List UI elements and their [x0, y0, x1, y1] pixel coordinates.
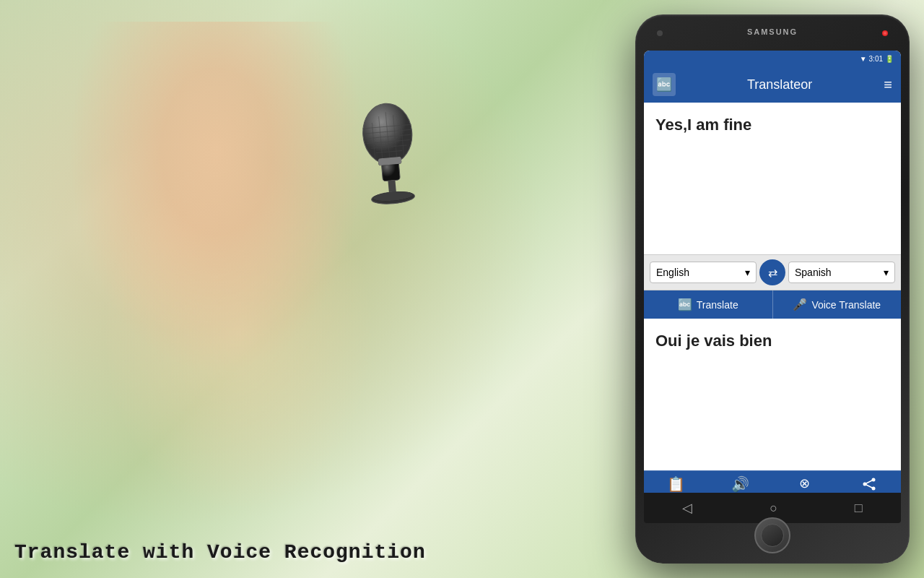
menu-icon[interactable]: ≡: [884, 77, 892, 93]
target-language-dropdown-icon: ▾: [884, 267, 889, 278]
voice-translate-btn-label: Voice Translate: [811, 299, 881, 311]
camera-dot-right: [882, 30, 888, 36]
swap-languages-btn[interactable]: ⇄: [759, 259, 785, 285]
action-row: 🔤 Translate 🎤 Voice Translate: [644, 290, 901, 319]
voice-translate-button[interactable]: 🎤 Voice Translate: [773, 290, 902, 319]
app-title: Translateor: [683, 77, 876, 92]
battery-icon: 🔋: [885, 55, 894, 63]
translate-btn-label: Translate: [697, 299, 738, 311]
recent-nav-btn[interactable]: □: [855, 501, 863, 516]
listen-icon: 🔊: [731, 477, 749, 491]
home-button[interactable]: [754, 517, 790, 553]
output-text: Oui je vais bien: [655, 330, 772, 353]
input-text-area[interactable]: Yes,I am fine: [644, 103, 901, 254]
translate-btn-icon: 🔤: [678, 298, 692, 311]
input-text: Yes,I am fine: [655, 114, 751, 137]
publish-icon: [862, 477, 876, 493]
delete-icon: ⊗: [799, 477, 810, 490]
source-language-label: English: [656, 267, 689, 278]
wifi-icon: ▼ 3:01: [860, 55, 883, 63]
home-button-inner: [761, 524, 784, 547]
translate-logo-icon: 🔤: [653, 73, 676, 96]
app-tagline: Translate with Voice Recognition: [14, 541, 426, 564]
language-selector-row: English ▾ ⇄ Spanish ▾: [644, 254, 901, 290]
app-header: 🔤 Translateor ≡: [644, 66, 901, 103]
copy-icon: 📋: [667, 477, 685, 491]
microphone-illustration: [341, 98, 438, 223]
voice-translate-btn-icon: 🎤: [793, 298, 807, 311]
target-language-label: Spanish: [795, 267, 832, 278]
phone-screen: ▼ 3:01 🔋 🔤 Translateor ≡ Yes,I am fine E…: [644, 51, 901, 510]
svg-line-22: [865, 480, 873, 484]
translate-button[interactable]: 🔤 Translate: [644, 290, 773, 319]
status-icons: ▼ 3:01 🔋: [860, 55, 894, 63]
phone-device: SAMSUNG ▼ 3:01 🔋 🔤 Translateor ≡ Yes,I: [635, 14, 910, 564]
back-nav-btn[interactable]: ◁: [682, 500, 692, 516]
output-text-area: Oui je vais bien: [644, 319, 901, 470]
source-language-dropdown-icon: ▾: [745, 267, 750, 278]
phone-body: SAMSUNG ▼ 3:01 🔋 🔤 Translateor ≡ Yes,I: [635, 14, 910, 564]
source-language-btn[interactable]: English ▾: [650, 262, 757, 283]
phone-brand: SAMSUNG: [747, 27, 798, 36]
svg-line-23: [865, 484, 873, 488]
camera-dot-left: [657, 30, 663, 36]
target-language-btn[interactable]: Spanish ▾: [788, 262, 895, 283]
home-nav-btn[interactable]: ○: [770, 501, 777, 516]
status-bar: ▼ 3:01 🔋: [644, 51, 901, 66]
